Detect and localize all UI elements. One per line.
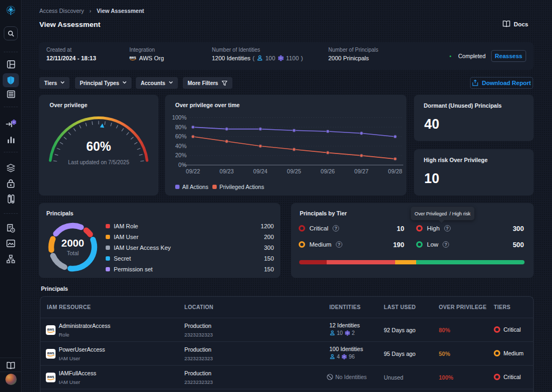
svg-text:aws: aws <box>47 351 54 355</box>
svg-text:aws: aws <box>129 55 136 59</box>
svg-text:Last updated on 7/5/2025: Last updated on 7/5/2025 <box>68 159 129 165</box>
svg-text:aws: aws <box>47 327 54 331</box>
svg-text:aws: aws <box>47 375 54 379</box>
svg-text:60%: 60% <box>86 139 111 153</box>
